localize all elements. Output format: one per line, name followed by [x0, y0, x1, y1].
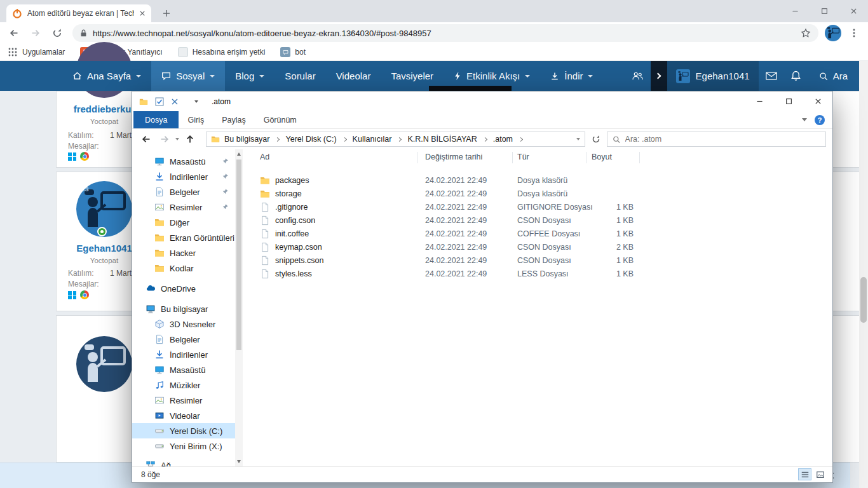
nav-item-sosyal[interactable]: Sosyal: [151, 61, 225, 91]
sidebar-item-diger[interactable]: Diğer: [132, 215, 235, 230]
breadcrumb-segment[interactable]: K.R.N BİLGİSAYAR: [404, 135, 480, 144]
file-row[interactable]: storage24.02.2021 22:49Dosya klasörü: [243, 187, 832, 200]
bookmark-apps[interactable]: Uygulamalar: [8, 47, 65, 57]
browser-maximize-button[interactable]: [810, 0, 839, 22]
nav-item-indir[interactable]: İndir: [540, 61, 603, 91]
column-divider[interactable]: [417, 152, 417, 163]
sidebar-item-bu-bilgisayar[interactable]: Bu bilgisayar: [132, 301, 235, 316]
browser-menu-icon[interactable]: [845, 24, 863, 42]
ribbon-expand-icon[interactable]: [802, 118, 807, 121]
scrollbar-thumb[interactable]: [860, 277, 867, 323]
refresh-icon[interactable]: [588, 132, 604, 147]
tab-close-icon[interactable]: [139, 10, 146, 17]
quick-access-properties-icon[interactable]: [155, 97, 164, 106]
details-view-button[interactable]: [799, 469, 811, 480]
sidebar-item-kodlar[interactable]: Kodlar: [132, 261, 235, 276]
sidebar-item-indirilenler[interactable]: İndirilenler: [132, 169, 235, 184]
forward-button[interactable]: [27, 24, 44, 42]
sidebar-item-resimler-pc[interactable]: Resimler: [132, 393, 235, 408]
ribbon-tab-giris[interactable]: Giriş: [179, 111, 213, 128]
nav-item-ana-sayfa[interactable]: Ana Sayfa: [62, 61, 151, 91]
sidebar-item-ag[interactable]: Ağ: [132, 458, 235, 466]
site-search-button[interactable]: Ara: [808, 61, 859, 91]
breadcrumb[interactable]: Bu bilgisayar Yerel Disk (C:) Kullanıcıl…: [206, 132, 585, 147]
column-divider[interactable]: [512, 152, 513, 163]
ribbon-tab-dosya[interactable]: Dosya: [133, 111, 179, 128]
column-divider[interactable]: [639, 152, 640, 163]
sidebar-item-belgeler[interactable]: Belgeler: [132, 184, 235, 200]
explorer-close-button[interactable]: [803, 92, 832, 111]
sidebar-item-yeni-birim-x[interactable]: Yeni Birim (X:): [132, 438, 235, 454]
thumbnails-view-button[interactable]: [814, 469, 826, 480]
bookmark-item[interactable]: Hesabına erişim yetki: [178, 47, 266, 57]
reload-button[interactable]: [48, 24, 66, 42]
file-row[interactable]: packages24.02.2021 22:49Dosya klasörü: [243, 173, 832, 187]
file-row[interactable]: styles.less24.02.2021 22:49LESS Dosyası1…: [243, 267, 832, 280]
nav-expand-button[interactable]: [651, 61, 667, 91]
file-row[interactable]: init.coffee24.02.2021 22:49COFFEE Dosyas…: [243, 227, 832, 240]
messages-icon[interactable]: [759, 61, 784, 91]
nav-item-videolar[interactable]: Videolar: [326, 61, 381, 91]
ribbon-tab-paylas[interactable]: Paylaş: [213, 111, 255, 128]
avatar[interactable]: [76, 336, 132, 392]
explorer-minimize-button[interactable]: [745, 92, 774, 111]
search-input[interactable]: [625, 135, 820, 144]
column-header-tur[interactable]: Tür: [517, 152, 529, 161]
breadcrumb-segment[interactable]: Bu bilgisayar: [221, 135, 273, 144]
scroll-down-icon[interactable]: [237, 460, 241, 463]
help-icon[interactable]: ?: [815, 115, 825, 125]
nav-item-blog[interactable]: Blog: [225, 61, 275, 91]
account-menu[interactable]: Egehan1041: [667, 61, 759, 91]
browser-minimize-button[interactable]: [780, 0, 810, 22]
explorer-maximize-button[interactable]: [774, 92, 803, 111]
quick-access-close-icon[interactable]: [171, 98, 179, 105]
explorer-up-button[interactable]: [182, 132, 198, 147]
breadcrumb-segment[interactable]: .atom: [490, 135, 516, 144]
sidebar-item-videolar[interactable]: Videolar: [132, 408, 235, 423]
sidebar-item-3d-nesneler[interactable]: 3D Nesneler: [132, 316, 235, 332]
sidebar-item-resimler[interactable]: Resimler: [132, 200, 235, 215]
address-bar[interactable]: https://www.technopat.net/sosyal/konu/at…: [72, 24, 818, 42]
nav-item-sorular[interactable]: Sorular: [275, 61, 325, 91]
sidebar-item-ekran-goruntuleri[interactable]: Ekran Görüntüleri: [132, 230, 235, 245]
ribbon-tab-gorunum[interactable]: Görünüm: [255, 111, 306, 128]
alerts-bell-icon[interactable]: [784, 61, 808, 91]
file-row[interactable]: config.cson24.02.2021 22:49CSON Dosyası1…: [243, 214, 832, 227]
sidebar-item-muzikler[interactable]: Müzikler: [132, 377, 235, 393]
sidebar-item-hacker[interactable]: Hacker: [132, 245, 235, 261]
explorer-forward-button[interactable]: [157, 132, 172, 147]
explorer-back-button[interactable]: [139, 132, 154, 147]
file-row[interactable]: keymap.cson24.02.2021 22:49CSON Dosyası2…: [243, 240, 832, 254]
new-tab-button[interactable]: [159, 6, 174, 21]
explorer-title-bar[interactable]: .atom: [132, 92, 832, 111]
page-scrollbar[interactable]: [859, 61, 868, 488]
sidebar-item-onedrive[interactable]: OneDrive: [132, 281, 235, 296]
explorer-search-box[interactable]: [607, 132, 826, 147]
file-row[interactable]: .gitignore24.02.2021 22:49GITIGNORE Dosy…: [243, 200, 832, 214]
column-divider[interactable]: [587, 152, 587, 163]
address-dropdown-icon[interactable]: [576, 138, 580, 140]
breadcrumb-segment[interactable]: Yerel Disk (C:): [282, 135, 339, 144]
members-icon[interactable]: [625, 61, 651, 91]
bookmark-item[interactable]: bot: [280, 47, 306, 57]
breadcrumb-segment[interactable]: Kullanıcılar: [349, 135, 395, 144]
sidebar-item-belgeler-pc[interactable]: Belgeler: [132, 332, 235, 347]
pane-scrollbar-thumb[interactable]: [236, 159, 241, 350]
column-header-tarih[interactable]: Değiştirme tarihi: [425, 152, 482, 161]
browser-tab[interactable]: Atom editörü beyaz ekran | Tech: [6, 4, 151, 22]
sidebar-item-masaustu[interactable]: Masaüstü: [132, 154, 235, 169]
bookmark-star-icon[interactable]: [801, 28, 811, 38]
profile-avatar[interactable]: [825, 25, 841, 41]
recent-locations-icon[interactable]: [175, 138, 179, 140]
sidebar-item-yerel-disk-c[interactable]: Yerel Disk (C:): [132, 423, 235, 438]
scroll-up-icon[interactable]: [237, 152, 241, 156]
back-button[interactable]: [5, 24, 23, 42]
file-row[interactable]: snippets.cson24.02.2021 22:49CSON Dosyas…: [243, 254, 832, 267]
column-header-boyut[interactable]: Boyut: [592, 152, 612, 161]
column-header-ad[interactable]: Ad: [260, 152, 269, 161]
pane-scrollbar[interactable]: [235, 149, 243, 466]
browser-close-button[interactable]: [839, 0, 868, 22]
quick-access-dropdown-icon[interactable]: [194, 100, 198, 103]
sidebar-item-masaustu-pc[interactable]: Masaüstü: [132, 362, 235, 377]
sidebar-item-indirilenler-pc[interactable]: İndirilenler: [132, 347, 235, 362]
